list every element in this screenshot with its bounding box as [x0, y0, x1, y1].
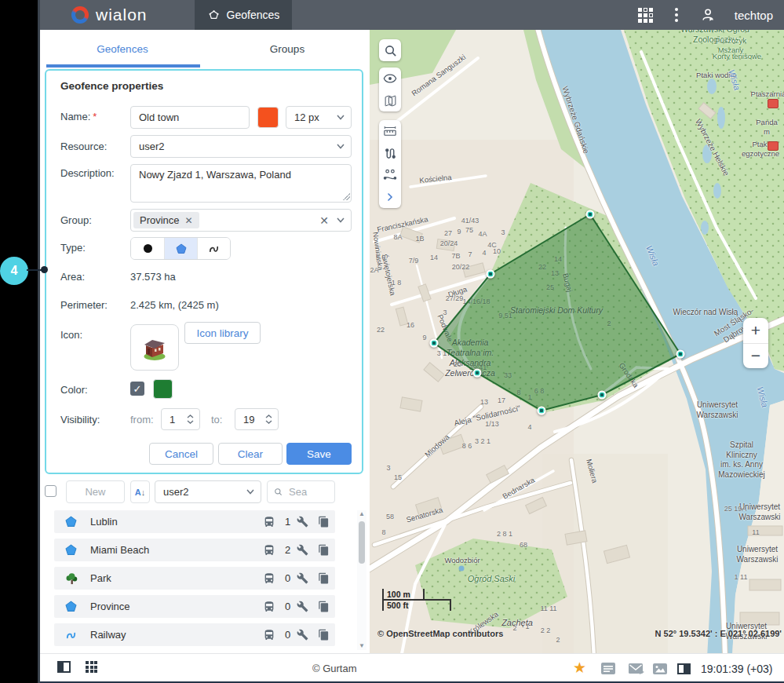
- poi-marker[interactable]: [768, 141, 779, 151]
- copy-icon[interactable]: [318, 629, 330, 641]
- icon-library-button[interactable]: Icon library: [184, 322, 261, 344]
- user-account-icon[interactable]: [700, 6, 717, 24]
- type-circle-button[interactable]: [131, 238, 164, 259]
- perimeter-value: 2.425 km, (2425 m): [130, 299, 219, 311]
- map-search-icon[interactable]: [379, 39, 401, 61]
- search-box[interactable]: [267, 480, 335, 503]
- routing-icon[interactable]: [379, 142, 401, 164]
- geofence-vertex-marker[interactable]: [676, 350, 685, 359]
- clear-group-icon[interactable]: ✕: [319, 214, 329, 227]
- units-count: 1: [285, 516, 290, 528]
- geofence-vertex-marker[interactable]: [586, 210, 595, 219]
- layout-panes-icon[interactable]: [57, 661, 71, 673]
- copy-icon[interactable]: [318, 516, 330, 528]
- font-size-select[interactable]: 12 px: [286, 106, 352, 129]
- name-input[interactable]: [130, 106, 250, 129]
- geofence-list-item[interactable]: Railway0: [54, 623, 335, 646]
- polygon-geofence-icon: [65, 601, 77, 612]
- scrollbar-thumb[interactable]: [359, 521, 365, 564]
- visibility-eye-icon[interactable]: [379, 68, 401, 89]
- color-checkbox[interactable]: ✓: [130, 382, 144, 396]
- geofence-list-item[interactable]: Miami Beach2: [54, 539, 335, 561]
- cancel-button[interactable]: Cancel: [149, 443, 213, 465]
- zoom-control: + −: [743, 318, 768, 368]
- search-input[interactable]: [287, 485, 328, 499]
- expand-panel-chevron-icon[interactable]: [379, 186, 401, 208]
- visibility-to-stepper[interactable]: 19: [235, 408, 279, 430]
- polygon-geofence-icon: [65, 544, 77, 556]
- resource-select[interactable]: user2: [130, 135, 352, 158]
- zoom-out-button[interactable]: −: [743, 344, 768, 369]
- bottom-apps-grid-icon[interactable]: [86, 661, 97, 673]
- chip-remove-icon[interactable]: ✕: [185, 215, 193, 226]
- clear-button[interactable]: Clear: [218, 443, 283, 465]
- geofence-vertex-marker[interactable]: [598, 391, 607, 400]
- image-icon[interactable]: [653, 663, 667, 678]
- track-points-icon[interactable]: [379, 164, 401, 186]
- edit-wrench-icon[interactable]: [297, 544, 308, 556]
- map-layers-icon[interactable]: [379, 89, 401, 111]
- geofence-list-item[interactable]: Lublin1: [54, 510, 335, 533]
- stepper-arrows-icon[interactable]: [265, 415, 272, 424]
- ruler-icon[interactable]: [379, 120, 401, 142]
- edit-wrench-icon[interactable]: [297, 572, 308, 584]
- map-canvas[interactable]: Warszawski Ogród ZoologicznyPuszczyk Msz…: [370, 30, 784, 653]
- units-bus-icon[interactable]: [263, 544, 275, 557]
- group-chip[interactable]: Province✕: [133, 212, 199, 228]
- select-all-checkbox[interactable]: [45, 485, 57, 497]
- scroll-down-icon[interactable]: ▼: [357, 642, 366, 650]
- username[interactable]: techtop: [735, 9, 773, 22]
- units-count: 2: [285, 544, 290, 556]
- annotation-dot: [41, 266, 48, 273]
- notes-icon[interactable]: [601, 663, 615, 678]
- type-line-button[interactable]: [197, 238, 230, 259]
- copy-icon[interactable]: [318, 572, 330, 584]
- tab-geofences[interactable]: Geofences: [40, 30, 205, 68]
- new-geofence-button[interactable]: New: [66, 480, 125, 503]
- mail-icon[interactable]: [629, 663, 645, 678]
- save-button[interactable]: Save: [286, 443, 352, 465]
- geofence-icon-preview[interactable]: [130, 324, 179, 371]
- geofence-name: Park: [90, 572, 111, 584]
- copy-icon[interactable]: [318, 601, 330, 612]
- zoom-in-button[interactable]: +: [743, 318, 768, 344]
- units-bus-icon[interactable]: [263, 601, 275, 613]
- panel-tabs: Geofences Groups: [40, 30, 370, 68]
- units-bus-icon[interactable]: [263, 572, 275, 585]
- geofence-list-item[interactable]: Park0: [54, 567, 335, 590]
- geofence-vertex-marker[interactable]: [487, 270, 495, 279]
- sort-button[interactable]: A↓: [130, 480, 150, 503]
- scroll-up-icon[interactable]: ▲: [357, 510, 366, 518]
- poi-marker[interactable]: [768, 99, 779, 108]
- polygon-geofence-icon: [65, 516, 77, 528]
- tab-groups[interactable]: Groups: [205, 30, 370, 68]
- group-select[interactable]: Province✕ ✕: [130, 209, 352, 232]
- geofence-list-item[interactable]: Province0: [54, 595, 335, 618]
- tab-geofences-app[interactable]: Geofences: [195, 0, 293, 30]
- geofence-vertex-marker[interactable]: [538, 407, 546, 415]
- geofence-vertex-marker[interactable]: [430, 339, 439, 348]
- list-scrollbar[interactable]: ▲ ▼: [357, 510, 366, 650]
- favorites-star-icon[interactable]: ★: [573, 659, 586, 677]
- type-segmented-control: [130, 237, 231, 260]
- visibility-from-stepper[interactable]: 1: [161, 408, 200, 430]
- edit-wrench-icon[interactable]: [297, 601, 308, 612]
- geofence-polygon[interactable]: [434, 214, 680, 411]
- resize-grip-icon[interactable]: [343, 193, 350, 200]
- map-scale-bar: 100 m 500 ft: [382, 589, 451, 611]
- type-polygon-button[interactable]: [164, 238, 197, 259]
- units-bus-icon[interactable]: [263, 516, 275, 528]
- edit-wrench-icon[interactable]: [297, 516, 308, 528]
- more-menu-icon[interactable]: [670, 6, 683, 24]
- apps-grid-icon[interactable]: [638, 8, 653, 23]
- geofence-vertex-marker[interactable]: [473, 369, 482, 378]
- edit-wrench-icon[interactable]: [297, 629, 308, 641]
- resource-filter-select[interactable]: user2: [155, 480, 261, 503]
- stepper-arrows-icon[interactable]: [187, 415, 194, 424]
- geofence-color-swatch[interactable]: [153, 379, 173, 399]
- units-bus-icon[interactable]: [263, 629, 275, 641]
- right-panel-icon[interactable]: [677, 663, 691, 674]
- copy-icon[interactable]: [318, 544, 330, 556]
- description-textarea[interactable]: Nowy Zjazd 1, Warszawa, Poland: [130, 164, 352, 203]
- name-color-swatch[interactable]: [257, 107, 279, 128]
